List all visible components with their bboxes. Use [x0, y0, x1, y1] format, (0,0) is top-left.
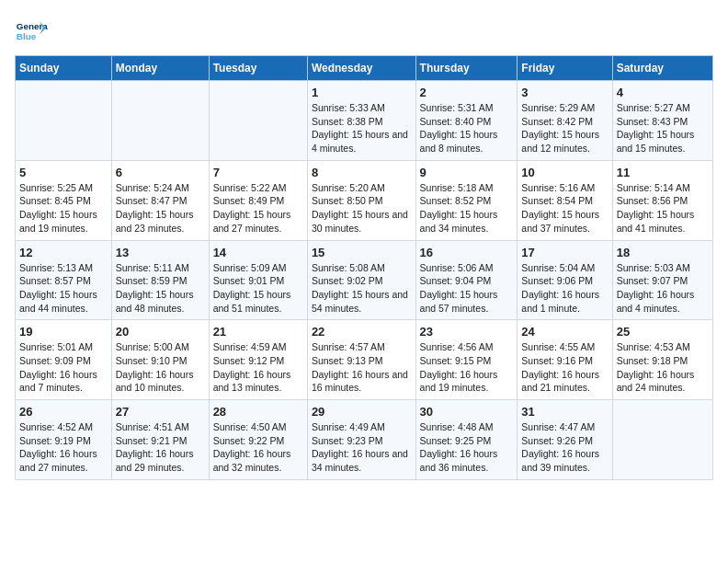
day-cell: 10Sunrise: 5:16 AM Sunset: 8:54 PM Dayli…: [518, 160, 612, 240]
day-info: Sunrise: 4:47 AM Sunset: 9:26 PM Dayligh…: [521, 420, 608, 475]
day-cell: 26Sunrise: 4:52 AM Sunset: 9:19 PM Dayli…: [16, 400, 112, 480]
week-row-5: 26Sunrise: 4:52 AM Sunset: 9:19 PM Dayli…: [16, 400, 713, 480]
day-number: 13: [116, 246, 205, 259]
day-info: Sunrise: 4:52 AM Sunset: 9:19 PM Dayligh…: [19, 420, 108, 475]
header-row: SundayMondayTuesdayWednesdayThursdayFrid…: [16, 56, 713, 81]
col-header-thursday: Thursday: [415, 56, 518, 81]
day-cell: 15Sunrise: 5:08 AM Sunset: 9:02 PM Dayli…: [307, 240, 415, 320]
day-number: 17: [521, 246, 608, 259]
day-cell: 9Sunrise: 5:18 AM Sunset: 8:52 PM Daylig…: [415, 160, 518, 240]
day-number: 10: [521, 166, 608, 179]
day-cell: 11Sunrise: 5:14 AM Sunset: 8:56 PM Dayli…: [612, 160, 712, 240]
col-header-monday: Monday: [111, 56, 209, 81]
day-cell: 25Sunrise: 4:53 AM Sunset: 9:18 PM Dayli…: [612, 320, 712, 400]
day-cell: 14Sunrise: 5:09 AM Sunset: 9:01 PM Dayli…: [209, 240, 307, 320]
day-number: 16: [420, 246, 514, 259]
day-info: Sunrise: 4:50 AM Sunset: 9:22 PM Dayligh…: [213, 420, 303, 475]
day-cell: 6Sunrise: 5:24 AM Sunset: 8:47 PM Daylig…: [111, 160, 209, 240]
day-cell: 18Sunrise: 5:03 AM Sunset: 9:07 PM Dayli…: [612, 240, 712, 320]
day-info: Sunrise: 5:22 AM Sunset: 8:49 PM Dayligh…: [213, 181, 303, 236]
page: General Blue SundayMondayTuesdayWednesda…: [0, 0, 728, 495]
day-number: 3: [521, 86, 608, 99]
day-cell: 13Sunrise: 5:11 AM Sunset: 8:59 PM Dayli…: [111, 240, 209, 320]
day-number: 26: [19, 405, 108, 419]
day-info: Sunrise: 4:48 AM Sunset: 9:25 PM Dayligh…: [420, 420, 514, 475]
day-number: 9: [420, 166, 514, 179]
day-info: Sunrise: 4:51 AM Sunset: 9:21 PM Dayligh…: [116, 420, 205, 475]
day-info: Sunrise: 5:18 AM Sunset: 8:52 PM Dayligh…: [420, 181, 514, 236]
day-cell: 17Sunrise: 5:04 AM Sunset: 9:06 PM Dayli…: [518, 240, 612, 320]
col-header-sunday: Sunday: [16, 56, 112, 81]
day-number: 11: [617, 166, 709, 179]
day-number: 30: [420, 405, 514, 419]
day-cell: 30Sunrise: 4:48 AM Sunset: 9:25 PM Dayli…: [415, 400, 518, 480]
day-info: Sunrise: 5:31 AM Sunset: 8:40 PM Dayligh…: [420, 101, 514, 155]
day-number: 12: [19, 246, 108, 259]
day-cell: 12Sunrise: 5:13 AM Sunset: 8:57 PM Dayli…: [16, 240, 112, 320]
day-info: Sunrise: 4:57 AM Sunset: 9:13 PM Dayligh…: [312, 340, 412, 395]
day-info: Sunrise: 5:13 AM Sunset: 8:57 PM Dayligh…: [19, 261, 108, 316]
col-header-friday: Friday: [518, 56, 612, 81]
day-info: Sunrise: 5:04 AM Sunset: 9:06 PM Dayligh…: [521, 261, 608, 316]
day-cell: 7Sunrise: 5:22 AM Sunset: 8:49 PM Daylig…: [209, 160, 307, 240]
day-number: 7: [213, 166, 303, 179]
day-info: Sunrise: 5:11 AM Sunset: 8:59 PM Dayligh…: [116, 261, 205, 316]
day-cell: 5Sunrise: 5:25 AM Sunset: 8:45 PM Daylig…: [16, 160, 112, 240]
day-number: 20: [116, 325, 205, 339]
logo-icon: General Blue: [15, 15, 48, 48]
day-cell: 21Sunrise: 4:59 AM Sunset: 9:12 PM Dayli…: [209, 320, 307, 400]
week-row-3: 12Sunrise: 5:13 AM Sunset: 8:57 PM Dayli…: [16, 240, 713, 320]
day-number: 5: [19, 166, 108, 179]
day-cell: 27Sunrise: 4:51 AM Sunset: 9:21 PM Dayli…: [111, 400, 209, 480]
day-info: Sunrise: 5:08 AM Sunset: 9:02 PM Dayligh…: [312, 261, 412, 316]
day-info: Sunrise: 4:56 AM Sunset: 9:15 PM Dayligh…: [420, 340, 514, 395]
day-info: Sunrise: 5:29 AM Sunset: 8:42 PM Dayligh…: [521, 101, 608, 155]
week-row-4: 19Sunrise: 5:01 AM Sunset: 9:09 PM Dayli…: [16, 320, 713, 400]
day-number: 6: [116, 166, 205, 179]
day-cell: 19Sunrise: 5:01 AM Sunset: 9:09 PM Dayli…: [16, 320, 112, 400]
day-info: Sunrise: 4:49 AM Sunset: 9:23 PM Dayligh…: [312, 420, 412, 475]
day-info: Sunrise: 4:59 AM Sunset: 9:12 PM Dayligh…: [213, 340, 303, 395]
header: General Blue: [15, 15, 713, 48]
day-number: 24: [521, 325, 608, 339]
day-cell: 3Sunrise: 5:29 AM Sunset: 8:42 PM Daylig…: [518, 81, 612, 161]
day-cell: [209, 81, 307, 161]
day-number: 4: [617, 86, 709, 99]
day-cell: 24Sunrise: 4:55 AM Sunset: 9:16 PM Dayli…: [518, 320, 612, 400]
col-header-saturday: Saturday: [612, 56, 712, 81]
day-cell: 4Sunrise: 5:27 AM Sunset: 8:43 PM Daylig…: [612, 81, 712, 161]
col-header-tuesday: Tuesday: [209, 56, 307, 81]
day-number: 19: [19, 325, 108, 339]
day-info: Sunrise: 5:00 AM Sunset: 9:10 PM Dayligh…: [116, 340, 205, 395]
week-row-1: 1Sunrise: 5:33 AM Sunset: 8:38 PM Daylig…: [16, 81, 713, 161]
day-cell: [16, 81, 112, 161]
day-cell: 20Sunrise: 5:00 AM Sunset: 9:10 PM Dayli…: [111, 320, 209, 400]
day-info: Sunrise: 5:16 AM Sunset: 8:54 PM Dayligh…: [521, 181, 608, 236]
day-number: 21: [213, 325, 303, 339]
day-number: 18: [617, 246, 709, 259]
logo: General Blue: [15, 15, 50, 48]
day-info: Sunrise: 5:14 AM Sunset: 8:56 PM Dayligh…: [617, 181, 709, 236]
day-info: Sunrise: 5:20 AM Sunset: 8:50 PM Dayligh…: [312, 181, 412, 236]
day-number: 15: [312, 246, 412, 259]
day-number: 8: [312, 166, 412, 179]
day-info: Sunrise: 5:03 AM Sunset: 9:07 PM Dayligh…: [617, 261, 709, 316]
day-cell: 31Sunrise: 4:47 AM Sunset: 9:26 PM Dayli…: [518, 400, 612, 480]
day-number: 14: [213, 246, 303, 259]
day-number: 23: [420, 325, 514, 339]
day-info: Sunrise: 4:53 AM Sunset: 9:18 PM Dayligh…: [617, 340, 709, 395]
day-cell: 16Sunrise: 5:06 AM Sunset: 9:04 PM Dayli…: [415, 240, 518, 320]
day-cell: 8Sunrise: 5:20 AM Sunset: 8:50 PM Daylig…: [307, 160, 415, 240]
day-cell: 28Sunrise: 4:50 AM Sunset: 9:22 PM Dayli…: [209, 400, 307, 480]
day-cell: 23Sunrise: 4:56 AM Sunset: 9:15 PM Dayli…: [415, 320, 518, 400]
day-cell: [612, 400, 712, 480]
day-number: 2: [420, 86, 514, 99]
day-info: Sunrise: 5:01 AM Sunset: 9:09 PM Dayligh…: [19, 340, 108, 395]
day-cell: 29Sunrise: 4:49 AM Sunset: 9:23 PM Dayli…: [307, 400, 415, 480]
day-info: Sunrise: 5:25 AM Sunset: 8:45 PM Dayligh…: [19, 181, 108, 236]
col-header-wednesday: Wednesday: [307, 56, 415, 81]
day-number: 28: [213, 405, 303, 419]
day-cell: 2Sunrise: 5:31 AM Sunset: 8:40 PM Daylig…: [415, 81, 518, 161]
day-number: 1: [312, 86, 412, 99]
day-cell: 22Sunrise: 4:57 AM Sunset: 9:13 PM Dayli…: [307, 320, 415, 400]
